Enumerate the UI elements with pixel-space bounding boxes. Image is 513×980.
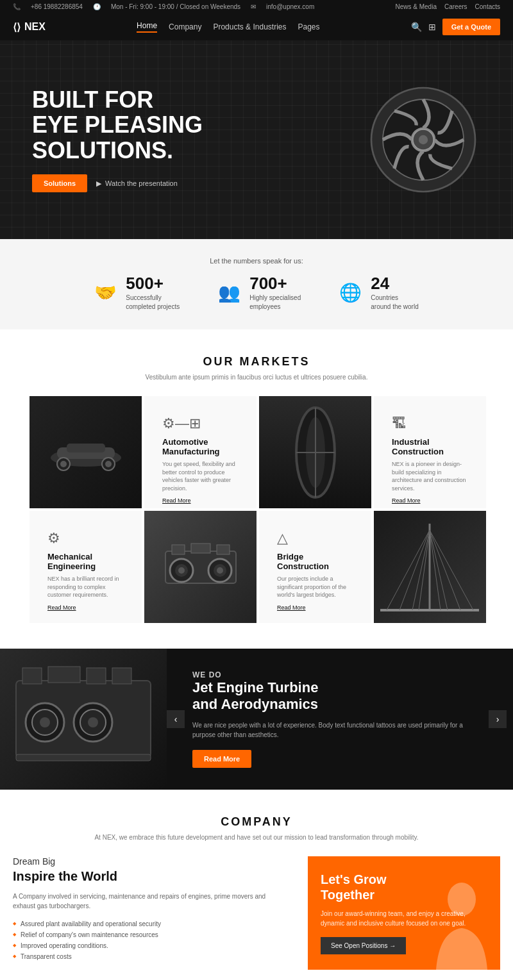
engine-carousel-img bbox=[0, 649, 167, 790]
company-heading: Dream Big bbox=[13, 856, 289, 867]
carousel-section: WE DO Jet Engine Turbineand Aerodynamics… bbox=[0, 649, 513, 790]
watch-button[interactable]: ▶ Watch the presentation bbox=[96, 179, 178, 188]
get-quote-button[interactable]: Get a Quote bbox=[442, 19, 500, 35]
svg-rect-39 bbox=[48, 667, 80, 683]
carousel-next-button[interactable]: › bbox=[489, 710, 507, 728]
company-text: A Company involved in servicing, mainten… bbox=[13, 892, 289, 911]
tyre-image bbox=[259, 396, 371, 508]
svg-point-11 bbox=[60, 461, 67, 467]
carousel-text: We are nice people with a lot of experie… bbox=[192, 720, 487, 740]
carousel-prev-button[interactable]: ‹ bbox=[167, 710, 185, 728]
construction-read-more[interactable]: Read More bbox=[392, 497, 468, 504]
svg-point-5 bbox=[419, 135, 428, 144]
market-card-engine-img bbox=[144, 511, 256, 623]
mechanical-title: Mechanical Engineering bbox=[47, 552, 124, 571]
bridge-image bbox=[374, 511, 486, 623]
nav-right: 🔍 ⊞ Get a Quote bbox=[411, 19, 500, 35]
auto-icon: ⚙—⊞ bbox=[162, 415, 239, 432]
markets-subtitle: Vestibulum ante ipsum primis in faucibus… bbox=[13, 374, 500, 381]
company-section: COMPANY At NEX, we embrace this future d… bbox=[0, 790, 513, 980]
bridge-title: Bridge Construction bbox=[277, 552, 353, 571]
careers-link[interactable]: Careers bbox=[444, 3, 467, 10]
company-list: Assured plant availability and operation… bbox=[13, 918, 289, 962]
market-card-bridge-content: △ Bridge Construction Our projects inclu… bbox=[259, 511, 371, 623]
svg-rect-8 bbox=[67, 444, 105, 453]
svg-point-26 bbox=[217, 567, 223, 574]
stat-employees: 👥 700+ Highly specialised employees bbox=[218, 274, 301, 311]
hours-text: Mon - Fri: 9:00 - 19:00 / Closed on Week… bbox=[111, 3, 240, 10]
mechanical-text: NEX has a brilliant record in responding… bbox=[47, 575, 124, 599]
bridge-read-more[interactable]: Read More bbox=[277, 604, 353, 611]
list-item: Assured plant availability and operation… bbox=[13, 918, 289, 929]
stat-desc-countries: Countries around the world bbox=[371, 294, 419, 311]
markets-section: OUR MARKETS Vestibulum ante ipsum primis… bbox=[0, 329, 513, 649]
svg-rect-48 bbox=[16, 754, 151, 761]
market-card-auto-img bbox=[29, 396, 142, 508]
nav-home[interactable]: Home bbox=[137, 21, 157, 33]
nav-products[interactable]: Products & Industries bbox=[213, 22, 286, 31]
nav-company[interactable]: Company bbox=[169, 22, 201, 31]
svg-rect-41 bbox=[112, 668, 131, 684]
svg-point-23 bbox=[178, 567, 185, 574]
list-item: Improved operating conditions. bbox=[13, 940, 289, 951]
stat-number-employees: 700+ bbox=[249, 274, 301, 294]
top-bar-links: News & Media Careers Contacts bbox=[395, 3, 500, 10]
phone-icon: 📞 bbox=[13, 3, 21, 10]
svg-line-31 bbox=[412, 530, 430, 610]
svg-rect-18 bbox=[172, 545, 185, 554]
company-title: COMPANY bbox=[13, 815, 500, 829]
turbine-image bbox=[366, 82, 481, 197]
hero-buttons: Solutions ▶ Watch the presentation bbox=[32, 174, 203, 192]
nav-pages[interactable]: Pages bbox=[298, 22, 319, 31]
svg-line-30 bbox=[399, 530, 430, 610]
carousel-read-more-button[interactable]: Read More bbox=[192, 750, 251, 768]
solutions-button[interactable]: Solutions bbox=[32, 174, 87, 192]
svg-rect-20 bbox=[217, 545, 230, 554]
mechanical-icon: ⚙ bbox=[47, 530, 124, 547]
svg-point-12 bbox=[105, 461, 112, 467]
svg-point-49 bbox=[448, 883, 476, 916]
company-subtitle: At NEX, we embrace this future developme… bbox=[13, 834, 500, 841]
handshake-icon: 🤝 bbox=[94, 282, 117, 303]
see-positions-button[interactable]: See Open Positions → bbox=[321, 937, 406, 954]
logo-icon: ⟨⟩ bbox=[13, 21, 21, 33]
search-icon[interactable]: 🔍 bbox=[411, 22, 422, 32]
logo-text: NEX bbox=[24, 21, 46, 33]
news-media-link[interactable]: News & Media bbox=[395, 3, 436, 10]
stat-desc-projects: Successfully completed projects bbox=[126, 294, 180, 311]
carousel-title: Jet Engine Turbineand Aerodynamics bbox=[192, 679, 487, 713]
carousel-image bbox=[0, 649, 167, 790]
mechanical-read-more[interactable]: Read More bbox=[47, 604, 124, 611]
cart-icon[interactable]: ⊞ bbox=[428, 22, 436, 32]
construction-title: Industrial Construction bbox=[392, 437, 468, 456]
auto-read-more[interactable]: Read More bbox=[162, 497, 239, 504]
stat-number-projects: 500+ bbox=[126, 274, 180, 294]
company-subheading: Inspire the World bbox=[13, 869, 289, 884]
market-card-tyre-img bbox=[259, 396, 371, 508]
auto-text: You get speed, flexibility and better co… bbox=[162, 460, 239, 492]
market-card-mechanical-content: ⚙ Mechanical Engineering NEX has a brill… bbox=[29, 511, 142, 623]
engine-image bbox=[144, 511, 256, 623]
hero-section: BUILT FOR EYE PLEASING SOLUTIONS. Soluti… bbox=[0, 40, 513, 239]
list-item: Transparent costs bbox=[13, 951, 289, 962]
svg-line-32 bbox=[419, 530, 430, 610]
phone-text: +86 19882286854 bbox=[31, 3, 83, 10]
svg-rect-40 bbox=[87, 668, 106, 684]
auto-title: Automotive Manufacturing bbox=[162, 437, 239, 456]
market-card-bridge-img bbox=[374, 511, 486, 623]
contacts-link[interactable]: Contacts bbox=[475, 3, 500, 10]
auto-image bbox=[29, 396, 142, 508]
market-card-auto-content: ⚙—⊞ Automotive Manufacturing You get spe… bbox=[144, 396, 256, 508]
construction-text: NEX is a pioneer in design-build special… bbox=[392, 460, 468, 492]
svg-line-33 bbox=[430, 530, 473, 610]
svg-rect-19 bbox=[191, 544, 210, 553]
stat-desc-employees: Highly specialised employees bbox=[249, 294, 301, 311]
navbar: ⟨⟩ NEX Home Company Products & Industrie… bbox=[0, 13, 513, 40]
list-item: Relief of company's own maintenance reso… bbox=[13, 929, 289, 940]
bridge-text: Our projects include a significant propo… bbox=[277, 575, 353, 599]
stat-number-countries: 24 bbox=[371, 274, 419, 294]
carousel-content: WE DO Jet Engine Turbineand Aerodynamics… bbox=[167, 651, 513, 788]
logo[interactable]: ⟨⟩ NEX bbox=[13, 21, 46, 33]
people-icon: 👥 bbox=[218, 282, 240, 303]
globe-icon: 🌐 bbox=[339, 282, 362, 303]
